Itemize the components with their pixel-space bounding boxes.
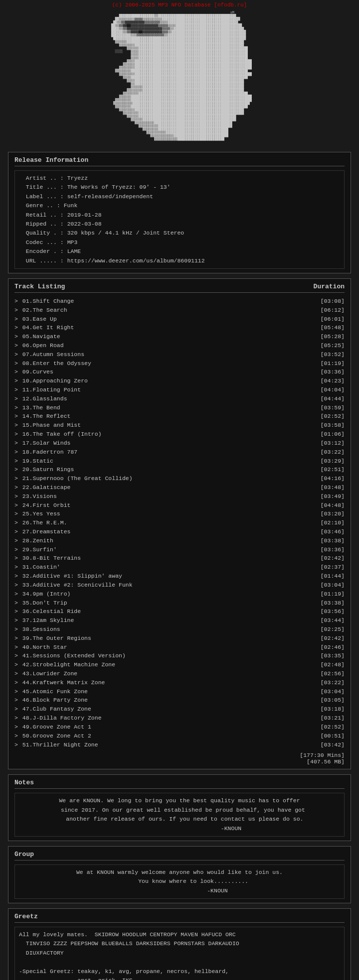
track-duration: [03:38] — [310, 599, 345, 608]
track-row: > 18.Fadertron 787[03:22] — [14, 448, 345, 457]
greetz-text: All my lovely mates. SKIDROW HOODLUM CEN… — [19, 930, 340, 980]
track-duration: [03:48] — [310, 483, 345, 492]
track-row: > 05.Navigate[05:28] — [14, 332, 345, 341]
track-row: > 04.Get It Right[05:48] — [14, 323, 345, 332]
track-row: > 09.Curves[03:36] — [14, 368, 345, 376]
release-codec: Codec ... : MP3 — [19, 238, 340, 247]
release-info-title: Release Information — [14, 156, 345, 164]
greetz-content: All my lovely mates. SKIDROW HOODLUM CEN… — [14, 927, 345, 980]
group-content: We at KNOUN warmly welcome anyone who wo… — [14, 864, 345, 899]
track-name: > 20.Saturn Rings — [14, 465, 310, 474]
greetz-title: Greetz — [14, 913, 345, 920]
track-row: > 11.Floating Point[04:04] — [14, 385, 345, 394]
greetz-section: Greetz All my lovely mates. SKIDROW HOOD… — [8, 908, 351, 980]
duration-label: Duration — [314, 283, 345, 290]
track-name: > 23.Visions — [14, 492, 310, 501]
track-name: > 46.Block Party Zone — [14, 696, 310, 705]
track-row: > 48.J-Dilla Factory Zone[03:21] — [14, 714, 345, 723]
group-text: We at KNOUN warmly welcome anyone who wo… — [19, 868, 340, 895]
track-row: > 50.Groove Zone Act 2[00:51] — [14, 732, 345, 740]
track-duration: [03:08] — [310, 297, 345, 306]
track-duration: [03:04] — [310, 687, 345, 696]
track-row: > 14.The Reflect[02:52] — [14, 412, 345, 421]
track-duration: [01:19] — [310, 359, 345, 368]
track-name: > 12.Glasslands — [14, 394, 310, 403]
track-row: > 39.The Outer Regions[02:42] — [14, 634, 345, 643]
track-row: > 13.The Bend[03:59] — [14, 403, 345, 412]
track-name: > 17.Solar Winds — [14, 439, 310, 448]
track-row: > 01.Shift Change[03:08] — [14, 297, 345, 306]
track-duration: [02:52] — [310, 412, 345, 421]
release-info-section: Release Information Artist .. : Tryezz T… — [8, 152, 351, 273]
track-name: > 08.Enter the Odyssey — [14, 359, 310, 368]
track-row: > 28.Zenith[03:38] — [14, 536, 345, 545]
track-row: > 29.Surfin'[03:36] — [14, 545, 345, 554]
track-row: > 33.Additive #2: Scenicville Funk[03:04… — [14, 581, 345, 590]
track-row: > 34.9pm (Intro)[01:19] — [14, 590, 345, 599]
track-name: > 07.Autumn Sessions — [14, 350, 310, 359]
track-name: > 41.Sessions (Extended Version) — [14, 651, 310, 660]
track-name: > 09.Curves — [14, 368, 310, 376]
track-row: > 25.Yes Yess[03:20] — [14, 509, 345, 518]
track-duration: [03:59] — [310, 403, 345, 412]
track-name: > 29.Surfin' — [14, 545, 310, 554]
track-name: > 10.Approaching Zero — [14, 376, 310, 385]
track-duration: [02:56] — [310, 669, 345, 678]
track-duration: [04:04] — [310, 385, 345, 394]
track-name: > 31.Coastin' — [14, 563, 310, 572]
copyright-text: (c) 2006-2025 MP3 NFO Database [nfodb.ru… — [112, 2, 247, 8]
track-duration: [03:46] — [310, 527, 345, 536]
track-duration: [03:04] — [310, 581, 345, 590]
track-duration: [03:56] — [310, 607, 345, 616]
tracks-container: > 01.Shift Change[03:08]> 02.The Search[… — [14, 297, 345, 749]
track-name: > 06.Open Road — [14, 341, 310, 350]
release-artist: Artist .. : Tryezz — [19, 174, 340, 183]
track-duration: [03:42] — [310, 740, 345, 749]
track-duration: [03:21] — [310, 714, 345, 723]
track-duration: [02:48] — [310, 660, 345, 669]
release-label: Label ... : self-released/independent — [19, 192, 340, 201]
track-name: > 37.12am Skyline — [14, 616, 310, 625]
track-duration: [03:05] — [310, 696, 345, 705]
track-name: > 36.Celestial Ride — [14, 607, 310, 616]
release-quality: Quality . : 320 kbps / 44.1 kHz / Joint … — [19, 229, 340, 238]
total-time: [177:30 Mins] [407.56 MB] — [14, 752, 345, 765]
track-name: > 39.The Outer Regions — [14, 634, 310, 643]
track-name: > 25.Yes Yess — [14, 509, 310, 518]
track-listing-header: Track Listing Duration — [14, 283, 345, 290]
track-row: > 17.Solar Winds[03:12] — [14, 439, 345, 448]
release-info-content: Artist .. : Tryezz Title ... : The Works… — [14, 170, 345, 269]
track-name: > 30.8-Bit Terrains — [14, 554, 310, 563]
track-row: > 24.First Orbit[04:48] — [14, 501, 345, 510]
track-row: > 10.Approaching Zero[04:23] — [14, 376, 345, 385]
track-row: > 23.Visions[03:49] — [14, 492, 345, 501]
track-name: > 38.Sessions — [14, 625, 310, 634]
track-row: > 12.Glasslands[04:44] — [14, 394, 345, 403]
track-duration: [03:58] — [310, 421, 345, 430]
track-name: > 45.Atomic Funk Zone — [14, 687, 310, 696]
track-duration: [03:35] — [310, 651, 345, 660]
track-name: > 48.J-Dilla Factory Zone — [14, 714, 310, 723]
track-duration: [01:06] — [310, 430, 345, 439]
track-name: > 51.Thriller Night Zone — [14, 740, 310, 749]
track-name: > 32.Additive #1: Slippin' away — [14, 572, 310, 581]
track-duration: [03:38] — [310, 536, 345, 545]
track-name: > 19.Static — [14, 457, 310, 466]
track-name: > 49.Groove Zone Act 1 — [14, 723, 310, 732]
track-row: > 49.Groove Zone Act 1[02:52] — [14, 723, 345, 732]
track-duration: [00:51] — [310, 732, 345, 740]
track-row: > 06.Open Road[05:25] — [14, 341, 345, 350]
track-name: > 24.First Orbit — [14, 501, 310, 510]
track-name: > 01.Shift Change — [14, 297, 310, 306]
track-duration: [06:12] — [310, 306, 345, 315]
track-duration: [05:48] — [310, 323, 345, 332]
track-duration: [02:10] — [310, 518, 345, 527]
track-listing-title: Track Listing — [14, 283, 65, 290]
track-row: > 46.Block Party Zone[03:05] — [14, 696, 345, 705]
track-name: > 05.Navigate — [14, 332, 310, 341]
track-duration: [03:52] — [310, 350, 345, 359]
notes-text: We are KNOUN. We long to bring you the b… — [19, 796, 340, 833]
track-row: > 15.Phase and Mist[03:58] — [14, 421, 345, 430]
track-duration: [03:36] — [310, 368, 345, 376]
ascii-art-section: sM ██████████████████▓▓█████████████████… — [0, 9, 359, 147]
